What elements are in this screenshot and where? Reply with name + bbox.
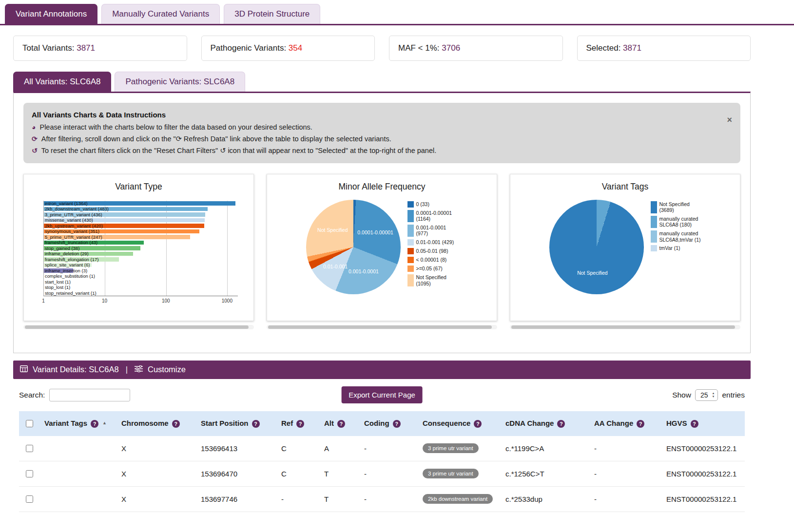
legend-swatch [651, 230, 657, 243]
variant-tab-1[interactable]: Pathogenic Variants: SLC6A8 [115, 72, 245, 92]
column-label: Variant Tags [44, 419, 87, 427]
bar-row-inframe_deletion[interactable]: inframe_deletion (29) [44, 251, 238, 257]
help-icon[interactable]: ? [393, 420, 401, 428]
tags-pie[interactable]: Not Specified [549, 200, 644, 294]
legend-label: manually curated SLC6A8 (180) [659, 216, 701, 228]
bar-row-frameshift_truncation[interactable]: frameshift_truncation (43) [44, 240, 238, 246]
legend-swatch [651, 245, 657, 251]
main-tab-0[interactable]: Variant Annotations [5, 4, 97, 24]
column-header-6[interactable]: Consequence? [418, 411, 501, 436]
bar-row-2kb_downstream_variant[interactable]: 2kb_downstream_variant (483) [44, 206, 238, 212]
legend-item[interactable]: 0.0001-0.00001 (1164) [407, 210, 458, 222]
chart-scrollbar[interactable] [510, 325, 740, 329]
row-checkbox[interactable] [26, 445, 33, 452]
bar-row-synonymous_variant[interactable]: synonymous_variant (351) [44, 228, 238, 234]
bar-row-splice_site_variant[interactable]: splice_site_variant (6) [44, 262, 238, 268]
stat-card-1: Pathogenic Variants: 354 [201, 36, 375, 61]
close-icon[interactable]: × [727, 115, 732, 124]
help-icon[interactable]: ? [637, 420, 644, 428]
instruction-line-1: ⟳After filtering, scroll down and click … [32, 133, 719, 145]
help-icon[interactable]: ? [474, 420, 482, 428]
legend-item[interactable]: Not Specified (1095) [407, 274, 458, 286]
column-header-9[interactable]: HGVS? [661, 411, 745, 436]
sort-asc-icon[interactable]: ▲ [102, 420, 107, 425]
bar-row-inframe_insertion[interactable]: inframe_insertion (3) [44, 268, 238, 274]
bar-row-missense_variant[interactable]: missense_variant (430) [44, 217, 238, 223]
pie-chart-icon: ◕ [32, 122, 36, 133]
legend-item[interactable]: 0.01-0.001 (429) [407, 239, 458, 246]
chart-scrollbar[interactable] [267, 325, 497, 329]
bar-row-5_prime_UTR_variant[interactable]: 5_prime_UTR_variant (247) [44, 234, 238, 240]
help-icon[interactable]: ? [172, 420, 180, 428]
scrollbar-thumb[interactable] [25, 325, 249, 329]
bar-row-frameshift_elongation[interactable]: frameshift_elongation (17) [44, 257, 238, 263]
legend-item[interactable]: < 0.00001 (8) [407, 257, 458, 263]
column-header-0[interactable]: Variant Tags?▲ [39, 411, 116, 436]
scrollbar-thumb[interactable] [268, 325, 492, 329]
customize-button[interactable]: Customize [148, 365, 186, 374]
instructions-panel: All Variants Charts & Data Instructions … [23, 103, 740, 163]
table-row-2: X153697746-T-2kb downstream variantc.*25… [19, 486, 745, 512]
legend-item[interactable]: 0 (33) [407, 201, 458, 208]
cell: ENST00000253122.1 [661, 486, 745, 512]
page-size-value: 25 [700, 391, 708, 399]
bar-row-stop_gained[interactable]: stop_gained (38) [44, 246, 238, 251]
reset-icon: ↺ [32, 145, 38, 156]
bar-row-2kb_upstream_variant[interactable]: 2kb_upstream_variant (420) [44, 223, 238, 229]
consequence-badge: 3 prime utr variant [423, 443, 479, 453]
maf-pie[interactable]: 0.0001-0.000010.001-0.00010.01-0.001Not … [306, 200, 401, 294]
bar-label: start_lost (1) [45, 279, 71, 285]
bar-row-intron_variant[interactable]: intron_variant (1364) [44, 201, 238, 207]
main-tab-1[interactable]: Manually Curated Variants [101, 4, 220, 24]
column-header-8[interactable]: AA Change? [589, 411, 661, 436]
main-tabs: Variant AnnotationsManually Curated Vari… [0, 0, 794, 25]
column-header-7[interactable]: cDNA Change? [501, 411, 589, 436]
chart-scrollbar[interactable] [23, 325, 254, 329]
bar-label: splice_site_variant (6) [45, 262, 90, 267]
column-header-3[interactable]: Ref? [276, 411, 319, 436]
variant-tab-0[interactable]: All Variants: SLC6A8 [13, 72, 111, 92]
select-all-checkbox[interactable] [26, 420, 33, 427]
scrollbar-thumb[interactable] [511, 325, 735, 329]
maf-chart: Minor Allele Frequency 0.0001-0.000010.0… [267, 174, 497, 329]
axis-tick-label: 1 [42, 298, 45, 304]
legend-item[interactable]: Not Specified (3689) [651, 201, 701, 213]
refresh-icon: ⟳ [32, 133, 38, 145]
column-header-1[interactable]: Chromosome? [116, 411, 196, 436]
variant-type-chart: Variant Type intron_variant (1364)2kb_do… [23, 174, 254, 329]
main-tab-2[interactable]: 3D Protein Structure [224, 4, 320, 24]
export-button[interactable]: Export Current Page [341, 386, 423, 403]
bar-row-stop_lost[interactable]: stop_lost (1) [44, 285, 238, 290]
page-size-control: Show 25 ▲ ▼ entries [672, 389, 745, 401]
legend-label: Not Specified (1095) [416, 274, 458, 286]
help-icon[interactable]: ? [252, 420, 260, 428]
legend-item[interactable]: manually curated SLC6A8 (180) [651, 216, 701, 228]
bar-row-3_prime_UTR_variant[interactable]: 3_prime_UTR_variant (436) [44, 212, 238, 218]
bar-row-complex_substitution[interactable]: complex_substitution (1) [44, 273, 238, 279]
row-checkbox[interactable] [26, 470, 33, 477]
cell: - [359, 461, 418, 486]
page-size-select[interactable]: 25 ▲ ▼ [695, 389, 718, 401]
column-header-5[interactable]: Coding? [359, 411, 418, 436]
help-icon[interactable]: ? [691, 420, 698, 428]
legend-item[interactable]: 0.05-0.01 (98) [407, 248, 458, 254]
search-input[interactable] [49, 389, 130, 401]
help-icon[interactable]: ? [296, 420, 304, 428]
help-icon[interactable]: ? [557, 420, 565, 428]
legend-item[interactable]: manually curated SLC6A8,tmVar (1) [651, 230, 701, 243]
row-checkbox[interactable] [26, 495, 33, 503]
variant-type-plot[interactable]: intron_variant (1364)2kb_downstream_vari… [43, 201, 238, 296]
legend-item[interactable]: tmVar (1) [651, 245, 701, 251]
help-icon[interactable]: ? [337, 420, 345, 428]
legend-item[interactable]: >=0.05 (67) [407, 266, 458, 272]
bar-label: stop_lost (1) [45, 285, 70, 290]
column-header-4[interactable]: Alt? [319, 411, 359, 436]
variants-table: Variant Tags?▲Chromosome?Start Position?… [19, 411, 745, 512]
column-header-2[interactable]: Start Position? [196, 411, 276, 436]
help-icon[interactable]: ? [91, 420, 98, 428]
bar-label: synonymous_variant (351) [45, 228, 99, 234]
bar-row-start_lost[interactable]: start_lost (1) [44, 279, 238, 285]
sliders-icon [135, 365, 143, 374]
bar-row-stop_retained_variant[interactable]: stop_retained_variant (1) [44, 290, 238, 296]
legend-item[interactable]: 0.001-0.0001 (977) [407, 225, 458, 237]
